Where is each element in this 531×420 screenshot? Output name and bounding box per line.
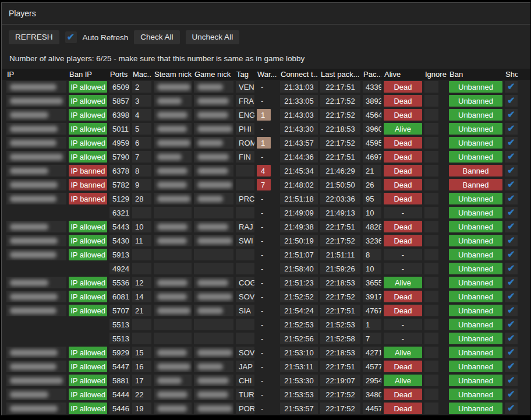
ban-ip-button[interactable]: IP allowed xyxy=(69,277,107,288)
check-all-button[interactable]: Check All xyxy=(134,30,179,44)
ignore-checkbox[interactable] xyxy=(424,123,438,135)
ban-button[interactable]: Unbanned xyxy=(449,347,502,358)
ban-ip-button[interactable]: IP allowed xyxy=(69,151,107,163)
ban-button[interactable]: Unbanned xyxy=(449,361,502,372)
ban-ip-button[interactable]: IP allowed xyxy=(69,109,107,121)
ignore-checkbox[interactable] xyxy=(424,389,438,400)
column-header-tag[interactable]: Tag xyxy=(236,70,254,79)
show-checkbox[interactable]: ✔ xyxy=(505,263,518,274)
ban-ip-button[interactable]: IP allowed xyxy=(69,403,107,414)
ignore-checkbox[interactable] xyxy=(424,319,438,330)
ban-button[interactable]: Unbanned xyxy=(449,151,502,163)
show-checkbox[interactable]: ✔ xyxy=(505,179,518,190)
ban-button[interactable]: Unbanned xyxy=(449,235,502,246)
ban-button[interactable]: Unbanned xyxy=(449,277,502,288)
column-header-show[interactable]: Show xyxy=(505,70,518,79)
show-checkbox[interactable]: ✔ xyxy=(505,235,518,246)
ban-ip-button[interactable]: IP allowed xyxy=(69,81,107,93)
show-checkbox[interactable]: ✔ xyxy=(505,305,518,316)
refresh-button[interactable]: REFRESH xyxy=(9,30,59,44)
ban-ip-button[interactable]: IP allowed xyxy=(69,95,107,107)
show-checkbox[interactable]: ✔ xyxy=(505,221,518,232)
ban-button[interactable]: Banned xyxy=(449,165,502,177)
column-header-game-nick[interactable]: Game nick xyxy=(194,70,233,79)
ban-ip-button[interactable]: IP banned xyxy=(69,165,107,177)
show-checkbox[interactable]: ✔ xyxy=(505,347,518,358)
ignore-checkbox[interactable] xyxy=(424,403,438,414)
ban-ip-button[interactable]: IP allowed xyxy=(69,305,107,316)
ignore-checkbox[interactable] xyxy=(424,179,438,190)
ban-button[interactable]: Unbanned xyxy=(449,81,502,93)
column-header-ban-ip[interactable]: Ban IP xyxy=(69,70,107,79)
ban-button[interactable]: Unbanned xyxy=(449,95,502,107)
ban-button[interactable]: Unbanned xyxy=(449,333,502,344)
ban-ip-button[interactable]: IP banned xyxy=(69,179,107,190)
uncheck-all-button[interactable]: Uncheck All xyxy=(186,30,240,44)
ban-button[interactable]: Unbanned xyxy=(449,193,502,204)
show-checkbox[interactable]: ✔ xyxy=(505,137,518,149)
ban-button[interactable]: Unbanned xyxy=(449,207,502,218)
column-header-war[interactable]: War... xyxy=(257,70,278,79)
auto-refresh-checkbox[interactable]: ✔ xyxy=(65,31,77,43)
column-header-connect-t[interactable]: Connect t... xyxy=(280,70,318,79)
ignore-checkbox[interactable] xyxy=(424,165,438,177)
ignore-checkbox[interactable] xyxy=(424,95,438,107)
ignore-checkbox[interactable] xyxy=(424,263,438,274)
show-checkbox[interactable]: ✔ xyxy=(505,151,518,163)
ban-ip-button[interactable]: IP allowed xyxy=(69,389,107,400)
show-checkbox[interactable]: ✔ xyxy=(505,249,518,260)
ignore-checkbox[interactable] xyxy=(424,249,438,260)
ban-button[interactable]: Unbanned xyxy=(449,389,502,400)
ban-ip-button[interactable]: IP allowed xyxy=(69,249,107,260)
ignore-checkbox[interactable] xyxy=(424,375,438,386)
ignore-checkbox[interactable] xyxy=(424,333,438,344)
ban-ip-button[interactable]: IP allowed xyxy=(69,361,107,372)
ignore-checkbox[interactable] xyxy=(424,347,438,358)
ban-ip-button[interactable]: IP allowed xyxy=(69,221,107,232)
column-header-alive[interactable]: Alive xyxy=(384,70,422,79)
show-checkbox[interactable]: ✔ xyxy=(505,319,518,330)
ignore-checkbox[interactable] xyxy=(424,193,438,204)
show-checkbox[interactable]: ✔ xyxy=(505,193,518,204)
ban-ip-button[interactable]: IP allowed xyxy=(69,347,107,358)
column-header-pac[interactable]: Pac... xyxy=(363,70,381,79)
ban-button[interactable]: Unbanned xyxy=(449,249,502,260)
show-checkbox[interactable]: ✔ xyxy=(505,165,518,177)
ignore-checkbox[interactable] xyxy=(424,305,438,316)
ignore-checkbox[interactable] xyxy=(424,81,438,93)
ban-button[interactable]: Unbanned xyxy=(449,291,502,302)
column-header-steam-nick[interactable]: Steam nick xyxy=(154,70,192,79)
show-checkbox[interactable]: ✔ xyxy=(505,333,518,344)
ignore-checkbox[interactable] xyxy=(424,207,438,218)
ban-button[interactable]: Unbanned xyxy=(449,221,502,232)
ignore-checkbox[interactable] xyxy=(424,235,438,246)
show-checkbox[interactable]: ✔ xyxy=(505,277,518,288)
ban-ip-button[interactable]: IP allowed xyxy=(69,235,107,246)
ban-ip-button[interactable]: IP banned xyxy=(69,193,107,204)
ignore-checkbox[interactable] xyxy=(424,221,438,232)
ban-button[interactable]: Unbanned xyxy=(449,305,502,316)
ban-button[interactable]: Unbanned xyxy=(449,263,502,274)
show-checkbox[interactable]: ✔ xyxy=(505,291,518,302)
ignore-checkbox[interactable] xyxy=(424,277,438,288)
show-checkbox[interactable]: ✔ xyxy=(505,95,518,107)
show-checkbox[interactable]: ✔ xyxy=(505,207,518,218)
ban-button[interactable]: Unbanned xyxy=(449,123,502,135)
ban-ip-button[interactable]: IP allowed xyxy=(69,137,107,149)
ban-button[interactable]: Unbanned xyxy=(449,109,502,121)
ignore-checkbox[interactable] xyxy=(424,137,438,149)
show-checkbox[interactable]: ✔ xyxy=(505,389,518,400)
show-checkbox[interactable]: ✔ xyxy=(505,375,518,386)
column-header-ports[interactable]: Ports xyxy=(109,70,130,79)
show-checkbox[interactable]: ✔ xyxy=(505,109,518,121)
ban-button[interactable]: Unbanned xyxy=(449,319,502,330)
ban-ip-button[interactable]: IP allowed xyxy=(69,123,107,135)
column-header-ban[interactable]: Ban xyxy=(449,70,502,79)
show-checkbox[interactable]: ✔ xyxy=(505,81,518,93)
show-checkbox[interactable]: ✔ xyxy=(505,403,518,414)
column-header-last-pack[interactable]: Last pack... xyxy=(320,70,360,79)
show-checkbox[interactable]: ✔ xyxy=(505,361,518,372)
ban-ip-button[interactable]: IP allowed xyxy=(69,375,107,386)
ignore-checkbox[interactable] xyxy=(424,291,438,302)
column-header-ignore[interactable]: Ignore xyxy=(424,70,447,79)
